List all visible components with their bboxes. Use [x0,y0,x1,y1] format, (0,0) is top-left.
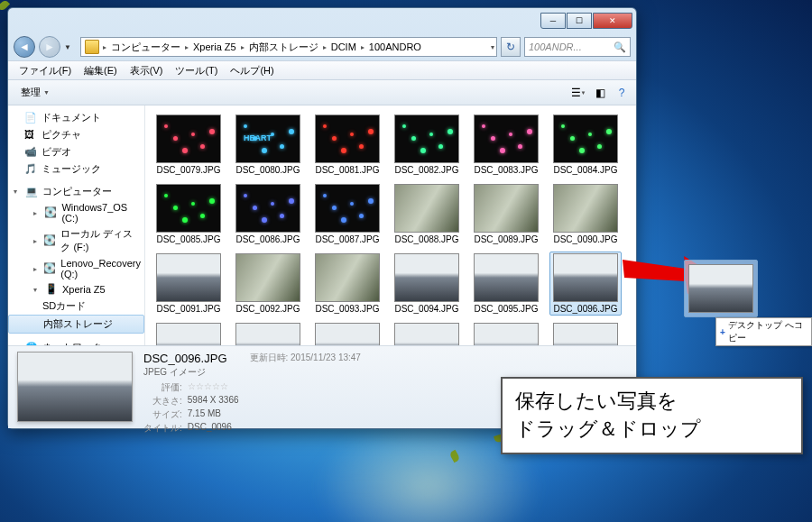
details-thumbnail [17,352,133,422]
minimize-button[interactable]: ─ [540,13,566,29]
thumbnail-item[interactable]: DSC_0088.JPG [391,182,463,246]
history-dropdown[interactable]: ▼ [64,43,77,51]
thumbnail-label: DSC_0093.JPG [311,304,383,314]
thumbnail-label: DSC_0091.JPG [152,304,225,314]
thumbnail-item[interactable] [152,321,225,345]
search-placeholder: 100ANDR... [529,41,582,52]
pictures-icon: 🖼 [24,129,37,142]
menu-file[interactable]: ファイル(F) [14,62,77,79]
documents-icon: 📄 [24,112,37,124]
thumbnail-label: DSC_0080.JPG [232,165,304,175]
explorer-window: ─ ☐ ✕ ◄ ► ▼ ▸ コンピューター▸ Xperia Z5▸ 内部ストレー… [7,7,637,429]
details-filename: DSC_0096.JPG [143,352,239,365]
thumbnail-item[interactable]: DSC_0086.JPG [232,182,304,246]
music-icon: 🎵 [24,163,37,176]
breadcrumb-segment[interactable]: 内部ストレージ [246,41,321,54]
menu-help[interactable]: ヘルプ(H) [225,62,279,79]
thumbnail-item[interactable]: DSC_0089.JPG [470,182,542,246]
search-icon: 🔍 [614,41,626,53]
refresh-button[interactable]: ↻ [501,37,521,57]
thumbnail-item[interactable]: DSC_0087.JPG [311,182,383,246]
thumbnail-item[interactable] [232,321,304,345]
sidebar[interactable]: 📄ドキュメント 🖼ピクチャ 📹ビデオ 🎵ミュージック ▾💻コンピューター ▸💽W… [8,105,145,345]
close-button[interactable]: ✕ [593,13,632,29]
search-input[interactable]: 100ANDR... 🔍 [524,37,631,57]
thumbnail-item[interactable]: DSC_0096.JPG [549,252,622,316]
sidebar-item-pictures[interactable]: ピクチャ [42,128,81,142]
thumbnail-label: DSC_0086.JPG [232,234,304,244]
thumbnail-item[interactable]: DSC_0090.JPG [549,182,622,246]
thumbnail-label: DSC_0094.JPG [391,304,463,314]
details-subtype: JPEG イメージ [143,366,239,379]
drive-icon: 💽 [43,262,56,275]
details-updated: 2015/11/23 13:47 [291,353,361,362]
address-bar[interactable]: ▸ コンピューター▸ Xperia Z5▸ 内部ストレージ▸ DCIM▸ 100… [80,37,497,57]
preview-pane-button[interactable]: ◧ [591,84,609,102]
thumbnail-pane[interactable]: DSC_0079.JPGHEARTDSC_0080.JPGDSC_0081.JP… [145,105,636,345]
maximize-button[interactable]: ☐ [567,13,592,29]
nav-row: ◄ ► ▼ ▸ コンピューター▸ Xperia Z5▸ 内部ストレージ▸ DCI… [8,33,636,60]
thumbnail-item[interactable] [311,321,383,345]
thumbnail-item[interactable] [549,321,622,345]
titlebar[interactable]: ─ ☐ ✕ [8,8,636,33]
thumbnail-item[interactable]: DSC_0082.JPG [391,113,463,177]
drag-ghost [684,260,758,317]
details-rating[interactable]: ☆☆☆☆☆ [188,381,228,391]
menu-view[interactable]: 表示(V) [125,62,169,79]
thumbnail-item[interactable]: DSC_0079.JPG [152,113,225,177]
thumbnail-item[interactable] [391,321,463,345]
help-button[interactable]: ? [613,84,631,102]
thumbnail-label: DSC_0089.JPG [470,234,542,244]
phone-icon: 📱 [45,283,58,296]
sidebar-item-sdcard[interactable]: SDカード [42,299,86,313]
sidebar-item-drive-q[interactable]: Lenovo_Recovery (Q:) [60,258,141,279]
sidebar-item-computer[interactable]: コンピューター [42,185,112,198]
sidebar-item-internal-storage[interactable]: 内部ストレージ [43,317,113,331]
folder-icon [85,40,99,54]
menu-tools[interactable]: ツール(T) [170,62,223,79]
thumbnail-label: DSC_0083.JPG [470,165,542,175]
thumbnail-label: DSC_0085.JPG [152,234,225,244]
drive-icon: 💽 [44,206,57,219]
thumbnail-label: DSC_0084.JPG [549,165,622,175]
thumbnail-item[interactable]: DSC_0083.JPG [470,113,542,177]
thumbnail-item[interactable]: DSC_0085.JPG [152,182,225,246]
thumbnail-item[interactable]: DSC_0095.JPG [470,252,542,316]
drag-tooltip-text: デスクトップ へコピー [728,319,807,344]
thumbnail-item[interactable]: DSC_0093.JPG [311,252,383,316]
toolbar: 整理▼ ☰▼ ◧ ? [8,80,636,105]
sidebar-item-documents[interactable]: ドキュメント [42,111,101,124]
thumbnail-item[interactable]: DSC_0094.JPG [391,252,463,316]
sidebar-item-music[interactable]: ミュージック [42,162,101,176]
back-button[interactable]: ◄ [14,36,35,58]
breadcrumb-segment[interactable]: Xperia Z5 [190,41,239,52]
breadcrumb-segment[interactable]: コンピューター [108,41,183,54]
view-options-button[interactable]: ☰▼ [569,84,587,102]
thumbnail-item[interactable]: DSC_0084.JPG [549,113,622,177]
breadcrumb-segment[interactable]: DCIM [328,41,359,52]
breadcrumb-segment[interactable]: 100ANDRO [366,41,424,52]
details-title: DSC_0096 [188,422,239,435]
sidebar-item-device[interactable]: Xperia Z5 [62,284,106,295]
drive-icon: 💽 [43,234,56,247]
forward-button[interactable]: ► [39,36,60,58]
thumbnail-item[interactable]: DSC_0081.JPG [311,113,383,177]
thumbnail-label: DSC_0092.JPG [232,304,304,314]
sidebar-item-videos[interactable]: ビデオ [42,145,71,159]
sidebar-item-drive-f[interactable]: ローカル ディスク (F:) [60,227,141,254]
sidebar-item-drive-c[interactable]: Windows7_OS (C:) [61,202,141,224]
thumbnail-item[interactable]: HEARTDSC_0080.JPG [232,113,304,177]
thumbnail-item[interactable]: DSC_0092.JPG [232,252,304,316]
menu-edit[interactable]: 編集(E) [78,62,123,79]
computer-icon: 💻 [25,186,38,198]
thumbnail-label: DSC_0081.JPG [311,165,383,175]
menu-bar: ファイル(F) 編集(E) 表示(V) ツール(T) ヘルプ(H) [8,60,636,80]
thumbnail-item[interactable] [470,321,542,345]
instruction-caption: 保存したい写真を ドラッグ＆ドロップ [501,377,803,454]
details-dimensions: 5984 X 3366 [188,395,239,408]
thumbnail-item[interactable]: DSC_0091.JPG [152,252,225,316]
details-size: 7.15 MB [188,408,239,421]
videos-icon: 📹 [24,146,37,159]
thumbnail-label: DSC_0096.JPG [549,304,622,314]
organize-button[interactable]: 整理▼ [14,83,57,102]
